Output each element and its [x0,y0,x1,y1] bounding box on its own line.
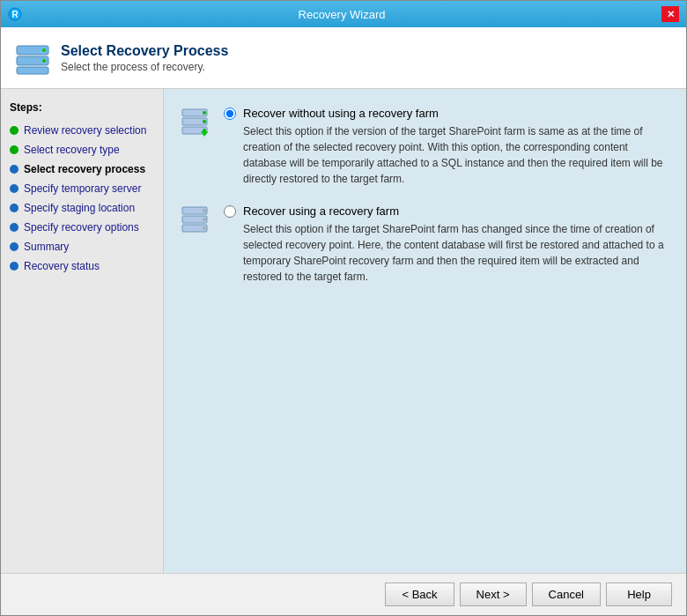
header-icon [15,41,50,76]
sidebar-item-specify-recovery-options[interactable]: Specify recovery options [1,218,163,237]
sidebar-item-label: Specify temporary server [24,182,141,195]
option-with-farm-header: Recover using a recovery farm [224,204,669,218]
main-content: Steps: Review recovery selection Select … [1,89,686,573]
option-no-farm-desc: Select this option if the version of the… [224,123,669,187]
sidebar-item-label: Select recovery type [24,144,120,156]
option-no-farm-radio[interactable] [224,108,236,120]
option-with-farm-icon [181,204,213,236]
step-dot [10,145,18,154]
option-with-farm-radio[interactable] [224,205,236,218]
sidebar-item-label: Specify staging location [24,202,135,214]
header-text: Select Recovery Process Select the proce… [61,43,228,73]
title-bar-controls: ✕ [661,6,679,22]
sidebar-item-select-recovery-process[interactable]: Select recovery process [1,160,163,179]
option-no-farm-body: Recover without using a recovery farm Se… [224,107,669,187]
window: R Recovery Wizard ✕ Select Recovery Proc… [0,0,687,616]
step-dot [10,242,18,251]
step-dot [10,126,18,135]
right-content: Recover without using a recovery farm Se… [164,89,686,573]
svg-point-11 [203,120,206,123]
sidebar-item-review-recovery-selection[interactable]: Review recovery selection [1,121,163,140]
title-bar: R Recovery Wizard ✕ [1,1,686,27]
step-dot [10,184,18,193]
close-button[interactable]: ✕ [661,6,679,22]
sidebar-item-label: Recovery status [24,260,100,272]
option-no-farm-icon [181,107,213,138]
svg-point-6 [42,59,46,63]
recovery-option-no-farm: Recover without using a recovery farm Se… [181,107,669,187]
step-dot [10,165,18,174]
sidebar-item-label: Specify recovery options [24,221,139,234]
bottom-bar: < Back Next > Cancel Help [1,573,686,615]
sidebar-item-label: Review recovery selection [24,124,146,137]
recovery-option-with-farm: Recover using a recovery farm Select thi… [181,204,669,285]
steps-label: Steps: [1,98,163,121]
option-with-farm-desc: Select this option if the target SharePo… [224,221,669,285]
option-no-farm-title: Recover without using a recovery farm [243,107,439,120]
header-title: Select Recovery Process [61,43,228,59]
header-subtitle: Select the process of recovery. [61,61,228,73]
sidebar-item-label: Summary [24,241,69,253]
app-icon: R [8,7,22,21]
svg-text:R: R [11,10,18,19]
option-no-farm-header: Recover without using a recovery farm [224,107,669,120]
sidebar: Steps: Review recovery selection Select … [1,89,164,573]
sidebar-item-select-recovery-type[interactable]: Select recovery type [1,140,163,160]
step-dot [10,262,18,271]
sidebar-item-label: Select recovery process [24,163,145,175]
sidebar-item-summary[interactable]: Summary [1,237,163,256]
sidebar-item-specify-temporary-server[interactable]: Specify temporary server [1,179,163,198]
back-button[interactable]: < Back [385,583,454,606]
svg-point-19 [203,226,206,230]
next-button[interactable]: Next > [460,583,527,606]
window-title: Recovery Wizard [22,8,661,21]
svg-point-18 [203,218,206,221]
cancel-button[interactable]: Cancel [532,583,601,606]
svg-point-10 [203,111,206,115]
option-with-farm-title: Recover using a recovery farm [243,204,399,218]
svg-rect-4 [17,67,48,74]
option-with-farm-body: Recover using a recovery farm Select thi… [224,204,669,285]
step-dot [10,223,18,232]
step-dot [10,204,18,212]
sidebar-item-specify-staging-location[interactable]: Specify staging location [1,198,163,218]
svg-point-17 [203,209,206,212]
svg-point-5 [42,48,46,52]
help-button[interactable]: Help [606,583,672,606]
sidebar-item-recovery-status[interactable]: Recovery status [1,256,163,276]
header-section: Select Recovery Process Select the proce… [1,27,686,89]
